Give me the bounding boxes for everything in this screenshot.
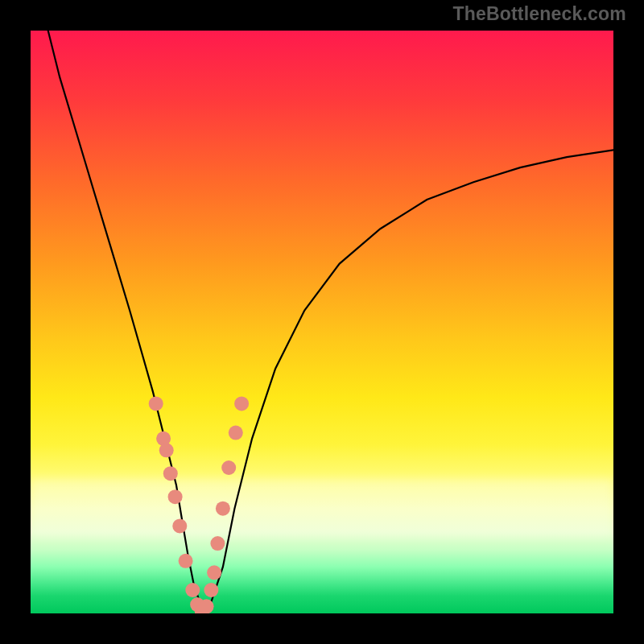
- curve-marker: [229, 426, 243, 440]
- curve-marker: [200, 599, 214, 613]
- chart-frame: TheBottleneck.com: [0, 0, 644, 644]
- curve-marker: [159, 443, 174, 457]
- curve-marker: [179, 554, 193, 568]
- curve-marker: [185, 583, 200, 597]
- curve-marker: [163, 466, 178, 481]
- curve-marker: [234, 396, 249, 411]
- plot-area: [31, 31, 613, 613]
- bottleneck-curve: [48, 31, 613, 613]
- curve-marker: [210, 536, 225, 551]
- curve-layer: [31, 31, 613, 613]
- curve-marker: [149, 396, 163, 411]
- curve-marker: [221, 460, 236, 475]
- marker-group: [149, 396, 249, 613]
- watermark-text: TheBottleneck.com: [452, 5, 626, 23]
- curve-marker: [168, 489, 183, 504]
- curve-marker: [207, 565, 221, 580]
- curve-marker: [204, 583, 218, 597]
- curve-marker: [216, 502, 230, 516]
- curve-marker: [172, 518, 187, 533]
